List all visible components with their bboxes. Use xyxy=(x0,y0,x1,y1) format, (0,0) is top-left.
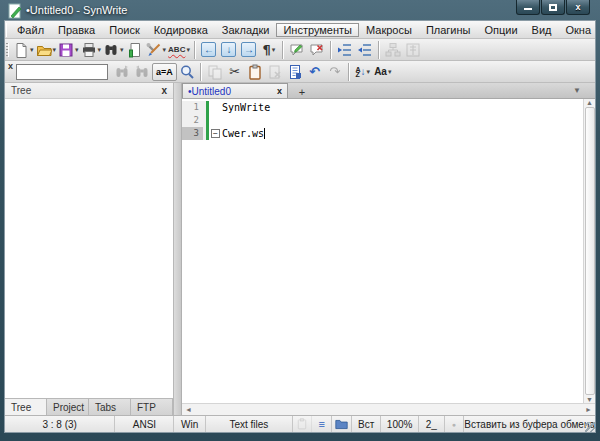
scroll-down-icon[interactable]: ▼ xyxy=(586,396,593,403)
status-bar: 3 : 8 (3) ANSI Win Text files ≡ Вст 100%… xyxy=(5,415,595,432)
title-bar[interactable]: •Untitled0 - SynWrite x xyxy=(0,0,600,20)
save-button[interactable]: ▾ xyxy=(57,40,80,60)
find-next-icon xyxy=(114,64,130,80)
find-next-button[interactable] xyxy=(112,62,132,82)
save-icon xyxy=(58,42,74,58)
status-line-ends[interactable]: Win xyxy=(174,416,206,432)
side-panel-title: Tree xyxy=(11,85,31,96)
menu-edit[interactable]: Правка xyxy=(51,23,102,37)
zoom-search-button[interactable] xyxy=(177,62,197,82)
scroll-right-icon[interactable]: ► xyxy=(585,406,592,413)
vertical-scrollbar[interactable]: ▲ ▼ xyxy=(583,99,595,403)
indent-button[interactable] xyxy=(355,40,375,60)
paste-button[interactable] xyxy=(245,62,265,82)
search-close-icon[interactable]: x xyxy=(5,61,16,71)
code-line[interactable]: 1SynWrite xyxy=(182,101,595,114)
menu-options[interactable]: Опции xyxy=(477,23,524,37)
menu-bookmarks[interactable]: Закладки xyxy=(215,23,277,37)
delete-button[interactable] xyxy=(265,62,285,82)
add-comment-button[interactable] xyxy=(287,40,307,60)
text-caret xyxy=(264,128,265,139)
status-lexer[interactable]: Text files xyxy=(206,416,293,432)
sort-button[interactable]: AZ ↓ ▾ xyxy=(353,62,373,82)
menu-search[interactable]: Поиск xyxy=(102,23,146,37)
nav-down-button[interactable]: ↓ xyxy=(219,40,239,60)
scroll-left-icon[interactable]: ◄ xyxy=(185,406,192,413)
tab-close-icon[interactable]: x xyxy=(277,86,282,96)
search-input[interactable] xyxy=(16,64,108,80)
tree-panel-body[interactable] xyxy=(5,99,173,398)
redo-button[interactable]: ↷ xyxy=(325,62,345,82)
spellcheck-button[interactable]: ABC ▾ xyxy=(167,40,191,60)
panel-tab-tabs[interactable]: Tabs xyxy=(89,399,131,415)
status-macro-icon[interactable]: ● xyxy=(445,416,465,432)
minimize-button[interactable] xyxy=(516,0,540,15)
menu-tools[interactable]: Инструменты xyxy=(276,23,359,37)
status-insert-mode[interactable]: Вст xyxy=(352,416,382,432)
find-button[interactable]: ▾ xyxy=(102,40,125,60)
sync-edit-button[interactable] xyxy=(403,40,423,60)
unindent-button[interactable] xyxy=(335,40,355,60)
scissors-icon: ✂ xyxy=(229,64,240,79)
tab-list-icon[interactable]: ▼ xyxy=(573,86,581,95)
scroll-up-icon[interactable]: ▲ xyxy=(586,99,593,106)
recent-files-button[interactable] xyxy=(125,40,145,60)
remove-comment-button[interactable] xyxy=(307,40,327,60)
tools-button[interactable]: ▾ xyxy=(145,40,168,60)
cut-button[interactable]: ✂ xyxy=(225,62,245,82)
status-tab-size[interactable]: 2_ xyxy=(419,416,445,432)
copy-button[interactable] xyxy=(205,62,225,82)
nav-back-button[interactable]: ← xyxy=(199,40,219,60)
menu-file[interactable]: Файл xyxy=(10,23,51,37)
panel-splitter[interactable] xyxy=(174,83,181,415)
change-case-button[interactable]: Aa ▾ xyxy=(373,62,393,82)
status-folder-icon[interactable] xyxy=(332,416,352,432)
document-tab-label: •Untitled0 xyxy=(188,86,231,97)
code-line[interactable]: 2 xyxy=(182,114,595,127)
show-nonprinted-button[interactable]: ¶ ▾ xyxy=(259,40,279,60)
fold-collapse-icon[interactable]: − xyxy=(211,129,220,138)
print-button[interactable]: ▾ xyxy=(80,40,103,60)
menubar-grip[interactable] xyxy=(6,23,7,37)
status-encoding[interactable]: ANSI xyxy=(115,416,174,432)
undo-button[interactable]: ↶ xyxy=(305,62,325,82)
new-tab-button[interactable]: + xyxy=(294,85,310,98)
tree-view-button[interactable] xyxy=(383,40,403,60)
menu-plugins[interactable]: Плагины xyxy=(419,23,478,37)
maximize-button[interactable] xyxy=(541,0,565,15)
code-line current-line[interactable]: 3−Cwer.ws xyxy=(182,127,595,140)
status-hint: Вставить из буфера обмена xyxy=(464,416,595,432)
panel-tab-project[interactable]: Project xyxy=(47,399,89,415)
main-toolbar: ▾ ▾ ▾ ▾ ▾ ▾ xyxy=(5,39,595,61)
horizontal-scrollbar[interactable]: ◄ ► xyxy=(182,403,595,415)
vertical-scroll-thumb[interactable] xyxy=(585,107,595,395)
close-button[interactable]: x xyxy=(566,0,590,15)
new-file-button[interactable]: ▾ xyxy=(12,40,35,60)
menu-view[interactable]: Вид xyxy=(525,23,559,37)
find-prev-button[interactable] xyxy=(132,62,152,82)
toolbar1-grip[interactable] xyxy=(6,43,9,57)
line-number: 2 xyxy=(182,114,203,127)
resize-grip[interactable] xyxy=(585,422,595,432)
separator xyxy=(348,63,350,81)
document-tab[interactable]: •Untitled0 x xyxy=(182,83,288,98)
nav-forward-button[interactable]: → xyxy=(239,40,259,60)
editor-text-area[interactable]: 1SynWrite 2 3−Cwer.ws ▲ ▼ xyxy=(182,99,595,403)
select-all-button[interactable] xyxy=(285,62,305,82)
line-number-current: 3 xyxy=(182,127,203,140)
side-panel-close-icon[interactable]: x xyxy=(161,85,167,96)
sync-edit-icon xyxy=(405,42,421,58)
menu-windows[interactable]: Окна xyxy=(558,23,598,37)
line-text: SynWrite xyxy=(222,102,270,113)
arrow-left-box-icon: ← xyxy=(201,42,216,57)
separator xyxy=(200,63,202,81)
status-zoom[interactable]: 100% xyxy=(381,416,418,432)
panel-tab-tree[interactable]: Tree xyxy=(5,399,47,415)
panel-tab-ftp[interactable]: FTP xyxy=(131,399,173,415)
status-wrap-icon[interactable]: ≡ xyxy=(312,416,332,432)
menu-macros[interactable]: Макросы xyxy=(359,23,419,37)
status-clipboard-icon[interactable] xyxy=(293,416,313,432)
open-file-button[interactable]: ▾ xyxy=(35,40,58,60)
menu-encoding[interactable]: Кодировка xyxy=(147,23,215,37)
case-sensitive-toggle[interactable]: a=A xyxy=(152,63,177,81)
